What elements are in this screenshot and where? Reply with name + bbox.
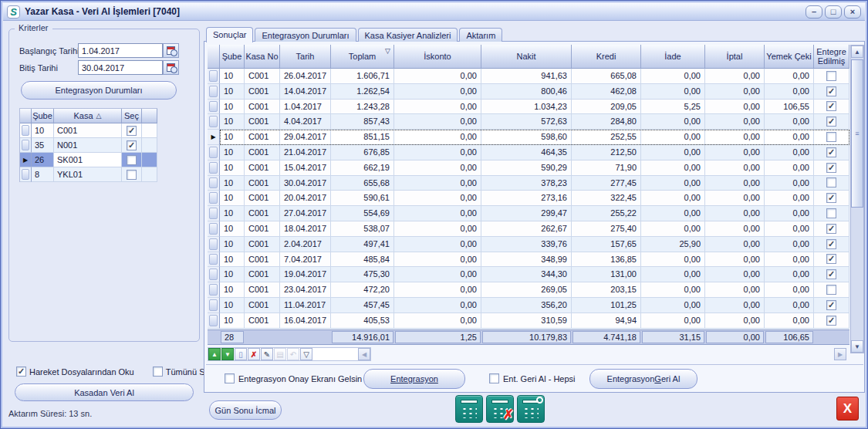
entegre-checkbox[interactable] <box>826 147 836 157</box>
edit-record-icon[interactable]: ✎ <box>261 348 273 360</box>
entegre-checkbox[interactable] <box>826 132 836 142</box>
table-row[interactable]: 10C00130.04.2017655,680,00378,23277,450,… <box>208 176 849 191</box>
tab-aktarim[interactable]: Aktarım <box>459 28 502 42</box>
integration-states-button[interactable]: Entegrasyon Durumları <box>21 81 177 100</box>
read-from-files-checkbox[interactable]: Hareket Dosyalarından Oku <box>16 367 134 377</box>
end-date-calendar-button[interactable] <box>163 60 179 75</box>
table-row[interactable]: 10C00115.04.2017662,190,00590,2971,900,0… <box>208 160 849 176</box>
calculator-icon[interactable] <box>455 395 483 423</box>
entegre-checkbox[interactable] <box>826 71 836 81</box>
get-data-from-register-button[interactable]: Kasadan Veri Al <box>15 383 194 401</box>
sec-checkbox[interactable] <box>127 155 137 165</box>
entegre-checkbox[interactable] <box>826 316 836 326</box>
row-indicator-cell <box>208 221 220 237</box>
table-row[interactable]: 10C00116.04.2017405,530,00310,5994,940,0… <box>208 313 849 329</box>
col-iade[interactable]: İade <box>641 45 705 69</box>
entegre-checkbox[interactable] <box>826 86 836 96</box>
table-row[interactable]: 10C00126.04.20171.606,710,00941,63665,08… <box>208 69 849 84</box>
start-date-calendar-button[interactable] <box>163 43 179 58</box>
calculator-delete-icon[interactable]: ✗ <box>486 395 514 423</box>
close-button[interactable]: × <box>844 5 861 19</box>
kasa-col-sube[interactable]: Şube <box>32 109 54 123</box>
end-date-input[interactable]: 30.04.2017 <box>78 60 163 75</box>
minimize-button[interactable]: – <box>806 5 822 19</box>
scroll-up-icon[interactable]: ▲ <box>851 46 863 58</box>
col-kasa-no[interactable]: Kasa No <box>245 45 280 69</box>
col-entegre-edilmis[interactable]: Entegre Edilmiş <box>814 45 849 69</box>
table-row[interactable]: 10C00119.04.2017475,300,00344,30131,000,… <box>208 267 849 282</box>
integration-undo-button[interactable]: Entegrasyon Geri Al <box>589 369 697 389</box>
undo-all-checkbox[interactable]: Ent. Geri Al - Hepsi <box>489 373 576 383</box>
col-toplam[interactable]: Toplam▽ <box>331 45 394 69</box>
new-record-icon[interactable]: ▯ <box>235 348 247 360</box>
kasa-col-kasa[interactable]: Kasa△ <box>54 109 122 123</box>
checkbox-icon[interactable] <box>489 373 499 383</box>
col-iptal[interactable]: İptal <box>705 45 765 69</box>
filter-icon[interactable]: ▽ <box>300 348 312 360</box>
entegre-checkbox[interactable] <box>826 300 836 310</box>
integration-button[interactable]: Entegrasyon <box>363 369 465 389</box>
kasa-col-sec[interactable]: Seç <box>122 109 142 123</box>
sec-checkbox[interactable] <box>127 170 137 180</box>
save-record-icon[interactable]: ▤ <box>274 348 286 360</box>
entegre-checkbox[interactable] <box>826 117 836 127</box>
entegre-checkbox[interactable] <box>826 193 836 203</box>
integration-confirm-checkbox[interactable]: Entegrasyon Onay Ekranı Gelsin <box>225 373 362 383</box>
col-yemek-ceki[interactable]: Yemek Çeki <box>765 45 814 69</box>
sec-checkbox[interactable] <box>127 140 137 150</box>
table-row[interactable]: 10C00111.04.2017457,450,00356,20101,250,… <box>208 298 849 313</box>
col-kredi[interactable]: Kredi <box>572 45 641 69</box>
tab-kasa-kasiyer-analizleri[interactable]: Kasa Kasiyer Analizleri <box>358 28 458 42</box>
calculator-search-icon[interactable] <box>517 395 545 423</box>
row-indicator-cell <box>208 191 220 206</box>
move-down-icon[interactable]: ▼ <box>221 348 234 360</box>
sec-checkbox[interactable] <box>127 126 137 136</box>
move-up-icon[interactable]: ▲ <box>208 348 221 360</box>
maximize-button[interactable]: □ <box>825 5 842 19</box>
table-row[interactable]: 10C0014.04.2017857,430,00572,63284,800,0… <box>208 114 849 130</box>
col-tarih[interactable]: Tarih <box>280 45 331 69</box>
col-sube[interactable]: Şube <box>220 45 245 69</box>
delete-record-icon[interactable]: ✗ <box>248 348 260 360</box>
gun-sonu-icmal-button[interactable]: Gün Sonu İcmal <box>209 400 282 420</box>
entegre-checkbox[interactable] <box>826 239 836 249</box>
table-row[interactable]: ▶10C00129.04.2017851,150,00598,60252,550… <box>208 130 849 145</box>
table-row[interactable]: 10C0011.04.20171.243,280,001.034,23209,0… <box>208 100 849 115</box>
col-iskonto[interactable]: İskonto <box>394 45 481 69</box>
kasa-row[interactable]: 8YKL01 <box>20 167 157 182</box>
table-row[interactable]: 10C00118.04.2017538,070,00262,67275,400,… <box>208 221 849 237</box>
table-row[interactable]: 10C0012.04.2017497,410,00339,76157,6525,… <box>208 237 849 252</box>
scrollbar-thumb[interactable]: ≡ <box>851 59 863 208</box>
start-date-input[interactable]: 1.04.2017 <box>78 43 163 58</box>
entegre-checkbox[interactable] <box>826 177 836 187</box>
entegre-checkbox[interactable] <box>826 269 836 279</box>
table-row[interactable]: 10C00127.04.2017554,690,00299,47255,220,… <box>208 206 849 221</box>
table-row[interactable]: 10C00123.04.2017472,200,00269,05203,150,… <box>208 282 849 298</box>
scroll-down-icon[interactable]: ▼ <box>851 340 863 353</box>
tab-sonuclar[interactable]: Sonuçlar <box>206 27 253 42</box>
entegre-checkbox[interactable] <box>826 254 836 264</box>
checkbox-icon[interactable] <box>153 367 163 377</box>
hscroll-left-icon[interactable]: ◀ <box>358 348 370 360</box>
checkbox-icon[interactable] <box>225 373 235 383</box>
checkbox-icon[interactable] <box>16 367 26 377</box>
table-row[interactable]: 10C00114.04.20171.262,540,00800,46462,08… <box>208 84 849 100</box>
table-row[interactable]: 10C0017.04.2017485,840,00348,99136,850,0… <box>208 252 849 268</box>
kasa-row[interactable]: 35N001 <box>20 138 157 153</box>
col-nakit[interactable]: Nakit <box>481 45 572 69</box>
kasa-row[interactable]: 10C001 <box>20 123 157 138</box>
exit-button[interactable]: X <box>836 397 859 421</box>
entegre-checkbox[interactable] <box>826 285 836 295</box>
kasa-row[interactable]: ▶26SK001 <box>20 153 157 167</box>
table-row[interactable]: 10C00121.04.2017676,850,00464,35212,500,… <box>208 145 849 160</box>
tab-entegrasyon-durumlari[interactable]: Entegrasyon Durumları <box>255 28 356 42</box>
grid-vertical-scrollbar[interactable]: ▲ ≡ ▼ <box>850 45 864 353</box>
entegre-checkbox[interactable] <box>826 224 836 234</box>
undo-icon[interactable]: ↶ <box>287 348 299 360</box>
table-row[interactable]: 10C00120.04.2017590,610,00273,16322,450,… <box>208 191 849 206</box>
entegre-checkbox[interactable] <box>826 163 836 173</box>
hscroll-right-icon[interactable]: ▶ <box>834 348 846 360</box>
entegre-checkbox[interactable] <box>826 101 836 111</box>
summary-iptal: 0,00 <box>706 331 764 343</box>
entegre-checkbox[interactable] <box>826 208 836 218</box>
